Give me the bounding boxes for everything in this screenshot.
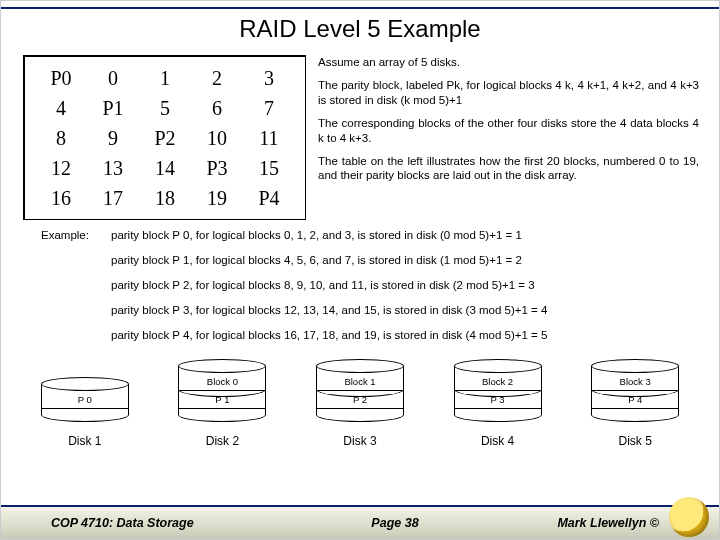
disk-cylinder-icon: P 0 (41, 377, 129, 422)
matrix-cell: 9 (87, 123, 139, 153)
example-lead (41, 253, 111, 268)
disk-column: Block 1P 2Disk 3 (300, 359, 420, 448)
example-line: parity block P 4, for logical blocks 16,… (111, 328, 547, 343)
matrix-cell: P3 (191, 153, 243, 183)
disk-parity-band: P 3 (455, 391, 541, 409)
footer-author: Mark Llewellyn © (479, 516, 659, 530)
disk-block-band: Block 0 (179, 373, 265, 391)
disk-label: Disk 5 (619, 434, 652, 448)
footer-course: COP 4710: Data Storage (51, 516, 311, 530)
disk-column: P 0Disk 1 (25, 377, 145, 448)
disk-block-band: Block 1 (317, 373, 403, 391)
example-lead: Example: (41, 228, 111, 243)
disk-diagram-row: P 0Disk 1Block 0P 1Disk 2Block 1P 2Disk … (1, 353, 719, 448)
disk-block-band: Block 3 (592, 373, 678, 391)
matrix-cell: 6 (191, 93, 243, 123)
example-lead (41, 278, 111, 293)
disk-column: Block 3P 4Disk 5 (575, 359, 695, 448)
matrix-cell: 4 (35, 93, 87, 123)
disk-label: Disk 2 (206, 434, 239, 448)
matrix-cell: 5 (139, 93, 191, 123)
example-line: parity block P 2, for logical blocks 8, … (111, 278, 535, 293)
disk-parity-band: P 1 (179, 391, 265, 409)
disk-cylinder-icon: Block 0P 1 (178, 359, 266, 422)
disk-block-band: Block 2 (455, 373, 541, 391)
footer-page: Page 38 (311, 516, 479, 530)
example-line: parity block P 1, for logical blocks 4, … (111, 253, 522, 268)
example-lead (41, 328, 111, 343)
matrix-cell: 19 (191, 183, 243, 213)
matrix-cell: 18 (139, 183, 191, 213)
matrix-cell: P0 (35, 63, 87, 93)
example-line: parity block P 0, for logical blocks 0, … (111, 228, 522, 243)
note-2: The parity block, labeled Pk, for logica… (318, 78, 699, 107)
matrix-cell: 11 (243, 123, 295, 153)
disk-cylinder-icon: Block 1P 2 (316, 359, 404, 422)
disk-parity-band: P 4 (592, 391, 678, 409)
matrix-cell: 7 (243, 93, 295, 123)
disk-label: Disk 3 (343, 434, 376, 448)
description-notes: Assume an array of 5 disks. The parity b… (318, 55, 699, 220)
matrix-cell: P4 (243, 183, 295, 213)
note-3: The corresponding blocks of the other fo… (318, 116, 699, 145)
matrix-cell: 2 (191, 63, 243, 93)
matrix-cell: 3 (243, 63, 295, 93)
matrix-cell: 14 (139, 153, 191, 183)
example-line: parity block P 3, for logical blocks 12,… (111, 303, 547, 318)
matrix-cell: 10 (191, 123, 243, 153)
matrix-cell: 13 (87, 153, 139, 183)
matrix-cell: P2 (139, 123, 191, 153)
note-1: Assume an array of 5 disks. (318, 55, 699, 69)
disk-label: Disk 1 (68, 434, 101, 448)
disk-parity-band: P 2 (317, 391, 403, 409)
matrix-cell: 0 (87, 63, 139, 93)
matrix-cell: 1 (139, 63, 191, 93)
matrix-cell: 12 (35, 153, 87, 183)
example-lead (41, 303, 111, 318)
matrix-cell: 16 (35, 183, 87, 213)
ucf-seal-icon (669, 497, 709, 537)
matrix-cell: 17 (87, 183, 139, 213)
disk-parity-band: P 0 (42, 391, 128, 409)
slide-footer: COP 4710: Data Storage Page 38 Mark Llew… (1, 505, 719, 539)
disk-label: Disk 4 (481, 434, 514, 448)
disk-column: Block 0P 1Disk 2 (162, 359, 282, 448)
note-4: The table on the left illustrates how th… (318, 154, 699, 183)
matrix-cell: P1 (87, 93, 139, 123)
example-section: Example:parity block P 0, for logical bl… (1, 220, 719, 343)
matrix-cell: 8 (35, 123, 87, 153)
disk-cylinder-icon: Block 2P 3 (454, 359, 542, 422)
block-layout-table: P001234P156789P21011121314P31516171819P4 (23, 55, 306, 220)
disk-cylinder-icon: Block 3P 4 (591, 359, 679, 422)
matrix-cell: 15 (243, 153, 295, 183)
disk-column: Block 2P 3Disk 4 (438, 359, 558, 448)
